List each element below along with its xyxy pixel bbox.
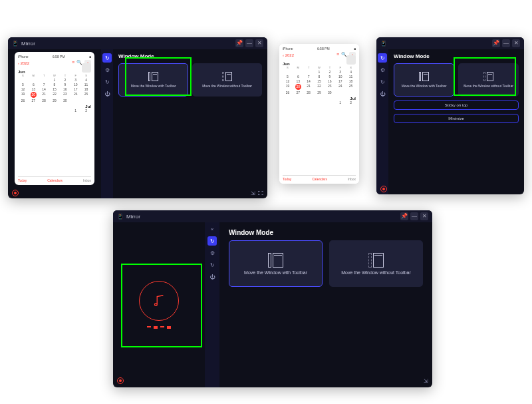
pin-button[interactable]: 📌 bbox=[235, 39, 243, 47]
card-without-toolbar[interactable]: Move the Window without Toolbar bbox=[192, 63, 262, 97]
record-button[interactable] bbox=[117, 377, 124, 384]
section-title: Window Mode bbox=[394, 53, 519, 59]
minimize-window-button[interactable]: Minimize bbox=[394, 114, 519, 123]
close-button[interactable]: ✕ bbox=[255, 39, 263, 47]
phone-tab-calendars[interactable]: Calendars bbox=[47, 178, 63, 182]
app-icon: 📱 bbox=[380, 41, 387, 47]
equalizer-icon bbox=[147, 326, 171, 329]
link-icon[interactable]: ↻ bbox=[207, 236, 217, 246]
card-with-toolbar[interactable]: Move the Window with Toolbar bbox=[394, 63, 454, 97]
mirror-window-2: 📱 📌 — ✕ ↻ ⚙ ↻ ⏻ Window Mode Move the Win… bbox=[376, 37, 524, 194]
phone-tab-today[interactable]: Today bbox=[283, 177, 291, 181]
card-without-toolbar[interactable]: Move the Window without Toolbar bbox=[458, 63, 519, 97]
phone-back-year[interactable]: ‹ 2022 bbox=[18, 61, 29, 65]
pin-button[interactable]: 📌 bbox=[400, 212, 408, 220]
calendar-grid-jul: 12 bbox=[18, 108, 91, 112]
expand-icon[interactable]: ⇲ bbox=[424, 378, 428, 384]
app-title: Mirror bbox=[21, 41, 35, 47]
sidebar: « ↻ ⚙ ↻ ⏻ bbox=[205, 222, 219, 387]
refresh-icon[interactable]: ↻ bbox=[207, 260, 217, 270]
music-preview bbox=[122, 268, 196, 341]
card-with-toolbar-label: Move the Window with Toolbar bbox=[244, 270, 307, 275]
close-button[interactable]: ✕ bbox=[420, 212, 428, 220]
mirror-window-1: 📱 Mirror 📌 — ✕ iPhone 6:58 PM ■ ‹ 2022 ≡ bbox=[8, 37, 267, 198]
close-button[interactable]: ✕ bbox=[512, 39, 520, 47]
settings-icon[interactable]: ⚙ bbox=[207, 248, 217, 258]
power-icon[interactable]: ⏻ bbox=[102, 89, 112, 99]
svg-point-0 bbox=[155, 303, 158, 306]
list-icon[interactable]: ≡ bbox=[336, 52, 339, 59]
phone-battery-icon: ■ bbox=[89, 55, 91, 59]
refresh-icon[interactable]: ↻ bbox=[378, 77, 387, 87]
phone-preview: iPhone 6:58 PM ■ ‹ 2022 ≡ 🔍 + Jun SMTWTF… bbox=[15, 52, 94, 185]
section-title: Window Mode bbox=[229, 229, 423, 236]
calendar-today: 20 bbox=[295, 84, 301, 90]
record-button[interactable] bbox=[380, 186, 387, 192]
phone-tab-calendars[interactable]: Calendars bbox=[312, 177, 327, 181]
phone-status-time: 6:58 PM bbox=[53, 55, 65, 59]
overlay-button[interactable] bbox=[82, 63, 91, 73]
sidebar: ↻ ⚙ ↻ ⏻ bbox=[101, 49, 113, 198]
titlebar: 📱 Mirror 📌 — ✕ bbox=[8, 37, 267, 49]
app-icon: 📱 bbox=[12, 41, 19, 47]
card-with-toolbar[interactable]: Move the Window with Toolbar bbox=[118, 63, 188, 97]
card-with-toolbar[interactable]: Move the Window with Toolbar bbox=[229, 240, 323, 287]
phone-battery-icon: ■ bbox=[354, 47, 356, 51]
card-without-toolbar-label: Move the Window without Toolbar bbox=[202, 84, 252, 88]
content-pane: Window Mode Move the Window with Toolbar… bbox=[113, 49, 267, 198]
phone-tab-today[interactable]: Today bbox=[18, 178, 27, 182]
phone-status-time: 6:58 PM bbox=[317, 47, 330, 51]
card-without-toolbar[interactable]: Move the Window without Toolbar bbox=[329, 240, 423, 287]
link-icon[interactable]: ↻ bbox=[378, 53, 387, 63]
calendar-grid-jun: SMTWTFS 1234 567891011 12131415161718 19… bbox=[18, 74, 91, 102]
fullscreen-icon[interactable]: ⛶ bbox=[258, 190, 263, 196]
card-with-toolbar-label: Move the Window with Toolbar bbox=[402, 84, 447, 88]
card-without-toolbar-label: Move the Window without Toolbar bbox=[464, 84, 513, 88]
sticky-button[interactable]: Sticky on top bbox=[394, 101, 519, 110]
mirror-window-3: 📱 Mirror 📌 — ✕ « ↻ ⚙ ↻ ⏻ Window Mode bbox=[113, 210, 432, 387]
pin-button[interactable]: 📌 bbox=[492, 39, 500, 47]
card-without-toolbar-label: Move the Window without Toolbar bbox=[341, 270, 411, 275]
section-title: Window Mode bbox=[118, 53, 262, 59]
minimize-button[interactable]: — bbox=[245, 39, 253, 47]
card-with-toolbar-label: Move the Window with Toolbar bbox=[131, 84, 176, 88]
sidebar: ↻ ⚙ ↻ ⏻ bbox=[376, 49, 388, 194]
collapse-icon[interactable]: « bbox=[211, 226, 213, 232]
phone-tabbar: Today Calendars Inbox bbox=[18, 176, 91, 182]
expand-icon[interactable]: ⇲ bbox=[251, 190, 255, 196]
floating-phone: iPhone 6:58 PM ■ ‹ 2022 ≡ 🔍 + Jun SMTWTF… bbox=[279, 44, 359, 184]
phone-tab-inbox[interactable]: Inbox bbox=[83, 178, 91, 182]
phone-status-left: iPhone bbox=[283, 47, 293, 51]
minimize-button[interactable]: — bbox=[410, 212, 418, 220]
power-icon[interactable]: ⏻ bbox=[207, 272, 217, 282]
calendar-today: 20 bbox=[31, 92, 37, 98]
phone-status-left: iPhone bbox=[18, 55, 29, 59]
settings-icon[interactable]: ⚙ bbox=[378, 65, 387, 75]
list-icon[interactable]: ≡ bbox=[72, 60, 74, 67]
music-note-icon bbox=[139, 281, 179, 321]
app-icon: 📱 bbox=[117, 214, 124, 220]
phone-back-year[interactable]: ‹ 2022 bbox=[283, 53, 294, 57]
refresh-icon[interactable]: ↻ bbox=[102, 77, 112, 87]
phone-tab-inbox[interactable]: Inbox bbox=[348, 177, 356, 181]
power-icon[interactable]: ⏻ bbox=[378, 89, 387, 99]
app-title: Mirror bbox=[126, 214, 140, 220]
record-button[interactable] bbox=[12, 190, 19, 196]
link-icon[interactable]: ↻ bbox=[102, 53, 112, 63]
overlay-button[interactable] bbox=[346, 55, 356, 65]
settings-icon[interactable]: ⚙ bbox=[102, 65, 112, 75]
minimize-button[interactable]: — bbox=[502, 39, 510, 47]
